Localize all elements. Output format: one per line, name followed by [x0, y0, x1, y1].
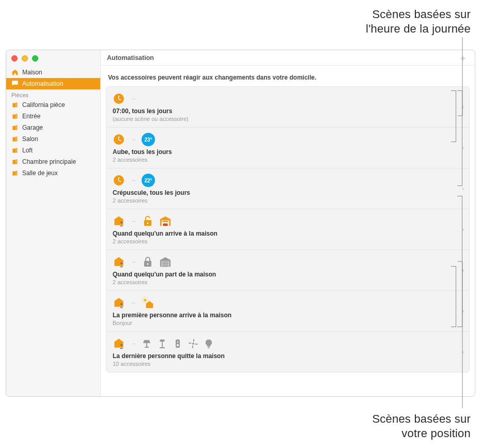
callout-location-based: Scènes basées sur votre position	[305, 412, 471, 440]
sidebar-item-label: Salle de jeux	[22, 169, 58, 177]
sidebar: Maison Automatisation Pièces California …	[6, 50, 101, 396]
lock-icon	[142, 256, 154, 268]
automation-row[interactable]: → Quand quelqu'un part de la maison 2 ac…	[106, 250, 469, 291]
automation-row[interactable]: → La première personne arrive à la maiso…	[106, 291, 469, 332]
app-window: Maison Automatisation Pièces California …	[6, 50, 475, 397]
svg-rect-3	[15, 114, 18, 118]
automation-subtitle: 2 accessoires	[113, 279, 456, 285]
svg-rect-40	[162, 342, 163, 347]
garage-open-icon	[159, 215, 172, 227]
room-icon	[11, 101, 19, 109]
zoom-window[interactable]	[32, 55, 38, 61]
sidebar-item-label: Loft	[22, 147, 33, 154]
chevron-right-icon: ›	[462, 348, 464, 356]
arrow-icon: →	[130, 95, 136, 102]
room-icon	[11, 158, 19, 165]
svg-rect-25	[162, 265, 169, 266]
sidebar-item-label: California pièce	[22, 101, 65, 109]
home-person-icon	[113, 297, 125, 309]
sidebar-item-home[interactable]: Maison	[6, 67, 100, 78]
svg-rect-42	[176, 339, 180, 348]
sidebar-room-item[interactable]: California pièce	[6, 99, 100, 111]
svg-rect-24	[162, 263, 169, 264]
automation-title: La première personne arrive à la maison	[113, 312, 456, 319]
unlock-icon	[142, 215, 154, 227]
automation-row[interactable]: → La dernière personne quitte la maison …	[106, 332, 469, 372]
svg-rect-10	[12, 160, 15, 164]
minimize-window[interactable]	[22, 55, 28, 61]
automation-title: 07:00, tous les jours	[113, 107, 456, 115]
room-icon	[11, 169, 19, 177]
svg-rect-7	[15, 136, 18, 141]
sidebar-item-label: Entrée	[22, 113, 40, 120]
page-title: Automatisation	[107, 54, 154, 61]
temperature-badge: 23°	[142, 133, 155, 146]
room-icon	[11, 147, 19, 154]
svg-rect-5	[15, 125, 18, 130]
arrow-icon: →	[130, 136, 136, 143]
automation-subtitle: (aucune scène ou accessoire)	[113, 116, 456, 122]
svg-rect-23	[162, 261, 169, 262]
svg-rect-8	[12, 149, 15, 153]
automation-subtitle: 2 accessoires	[113, 238, 456, 244]
svg-rect-4	[12, 126, 15, 130]
svg-line-35	[143, 302, 143, 302]
home-icon	[11, 69, 19, 76]
chevron-right-icon: ›	[462, 267, 464, 274]
fan-icon	[188, 338, 198, 349]
svg-point-17	[120, 221, 122, 223]
sidebar-item-label: Chambre principale	[22, 158, 76, 165]
svg-rect-12	[12, 172, 15, 176]
arrow-icon: →	[130, 177, 136, 184]
sidebar-room-item[interactable]: Entrée	[6, 111, 100, 122]
chevron-right-icon: ›	[462, 144, 464, 151]
svg-rect-2	[12, 115, 15, 119]
svg-rect-20	[163, 224, 167, 226]
svg-point-45	[192, 343, 194, 345]
automation-subtitle: 10 accessoires	[113, 361, 456, 367]
svg-line-34	[147, 302, 147, 302]
sidebar-room-item[interactable]: Garage	[6, 122, 100, 133]
arrow-icon: →	[130, 340, 136, 347]
sidebar-room-item[interactable]: Salon	[6, 133, 100, 145]
row-icons: →	[113, 255, 456, 269]
sidebar-room-item[interactable]: Salle de jeux	[6, 167, 100, 179]
svg-rect-41	[160, 347, 165, 348]
automation-row[interactable]: → 22° Crépuscule, tous les jours 2 acces…	[106, 168, 469, 209]
sidebar-item-label: Automatisation	[22, 80, 63, 87]
sidebar-room-item[interactable]: Chambre principale	[6, 156, 100, 167]
add-automation-button[interactable]: ＋	[457, 53, 469, 63]
lamp-icon	[142, 338, 152, 349]
row-icons: →	[113, 337, 456, 350]
room-icon	[11, 124, 19, 131]
svg-rect-13	[15, 171, 18, 175]
room-icon	[11, 135, 19, 143]
close-window[interactable]	[11, 55, 18, 61]
subtitle: Vos accessoires peuvent réagir aux chang…	[101, 66, 475, 86]
chevron-right-icon: ›	[462, 185, 464, 192]
clock-icon	[113, 174, 125, 187]
row-icons: → 23°	[113, 133, 456, 146]
automation-title: Crépuscule, tous les jours	[113, 189, 456, 196]
row-icons: →	[113, 92, 456, 105]
svg-rect-9	[15, 148, 18, 152]
automation-title: La dernière personne quitte la maison	[113, 352, 456, 360]
automation-row[interactable]: → Quand quelqu'un arrive à la maison 2 a…	[106, 209, 469, 250]
svg-rect-11	[15, 159, 18, 164]
titlebar: Automatisation ＋	[101, 50, 475, 66]
automation-list: → 07:00, tous les jours (aucune scène ou…	[106, 86, 470, 373]
chevron-right-icon: ›	[462, 103, 464, 111]
sidebar-section-rooms: Pièces	[6, 89, 100, 99]
chevron-right-icon: ›	[462, 307, 464, 315]
home-person-icon	[113, 215, 125, 227]
svg-point-43	[177, 342, 179, 343]
sidebar-item-automation[interactable]: Automatisation	[6, 78, 100, 89]
arrow-icon: →	[130, 258, 136, 266]
floor-lamp-icon	[157, 338, 167, 349]
sidebar-item-label: Maison	[22, 69, 42, 76]
automation-row[interactable]: → 23° Aube, tous les jours 2 accessoires…	[106, 128, 469, 168]
sidebar-item-label: Garage	[22, 124, 43, 131]
sidebar-room-item[interactable]: Loft	[6, 145, 100, 156]
automation-subtitle: 2 accessoires	[113, 157, 456, 163]
automation-row[interactable]: → 07:00, tous les jours (aucune scène ou…	[106, 87, 469, 128]
